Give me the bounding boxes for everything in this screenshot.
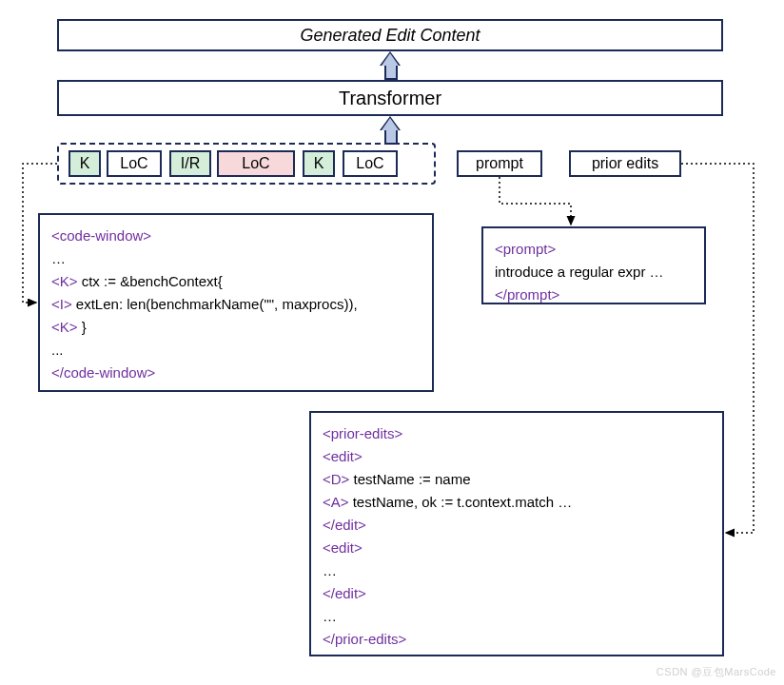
ellipsis: ... bbox=[51, 339, 421, 362]
watermark: CSDN @豆包MarsCode bbox=[657, 665, 776, 679]
token-k: K bbox=[303, 150, 335, 177]
token-loc: LoC bbox=[107, 150, 162, 177]
code-text: ctx := &benchContext{ bbox=[78, 273, 223, 289]
ellipsis: … bbox=[323, 559, 711, 582]
generated-output-label: Generated Edit Content bbox=[300, 26, 480, 46]
token-k: K bbox=[69, 150, 101, 177]
token-loc: LoC bbox=[343, 150, 398, 177]
code-text: testName, ok := t.context.match … bbox=[349, 494, 573, 510]
i-tag: <I> bbox=[51, 296, 72, 312]
generated-output-box: Generated Edit Content bbox=[57, 19, 723, 51]
prior-edits-close-tag: </prior-edits> bbox=[323, 631, 406, 647]
token-ir: I/R bbox=[169, 150, 211, 177]
k-tag: <K> bbox=[51, 319, 78, 335]
code-text: extLen: len(benchmarkName("", maxprocs))… bbox=[72, 296, 358, 312]
transformer-label: Transformer bbox=[339, 88, 441, 109]
ellipsis: … bbox=[51, 247, 421, 270]
prompt-open-tag: <prompt> bbox=[495, 241, 556, 257]
edit-open-tag: <edit> bbox=[323, 539, 363, 556]
prompt-label-box: prompt bbox=[457, 150, 542, 177]
a-tag: <A> bbox=[323, 494, 349, 510]
prompt-content-box: <prompt> introduce a regular expr … </pr… bbox=[481, 226, 706, 304]
prompt-text: introduce a regular expr … bbox=[495, 261, 693, 284]
prior-edits-open-tag: <prior-edits> bbox=[323, 425, 402, 441]
k-tag: <K> bbox=[51, 273, 78, 289]
edit-close-tag: </edit> bbox=[323, 517, 366, 533]
code-window-close-tag: </code-window> bbox=[51, 364, 155, 381]
arrow-up-icon bbox=[382, 118, 399, 130]
arrow-up-icon bbox=[382, 53, 399, 66]
code-text: } bbox=[78, 319, 87, 335]
prompt-close-tag: </prompt> bbox=[495, 286, 559, 303]
arrow-stem bbox=[384, 66, 398, 80]
prior-edits-content-box: <prior-edits> <edit> <D> testName := nam… bbox=[309, 411, 724, 656]
code-window-box: <code-window> … <K> ctx := &benchContext… bbox=[38, 213, 434, 392]
diagram-canvas: Generated Edit Content Transformer K LoC… bbox=[0, 0, 784, 685]
token-loc-highlight: LoC bbox=[217, 150, 295, 177]
transformer-box: Transformer bbox=[57, 80, 723, 116]
edit-close-tag: </edit> bbox=[323, 585, 366, 601]
code-window-open-tag: <code-window> bbox=[51, 227, 151, 244]
code-text: testName := name bbox=[349, 471, 470, 487]
d-tag: <D> bbox=[323, 471, 349, 487]
prior-edits-label-box: prior edits bbox=[569, 150, 681, 177]
ellipsis: … bbox=[323, 605, 711, 628]
edit-open-tag: <edit> bbox=[323, 448, 363, 464]
